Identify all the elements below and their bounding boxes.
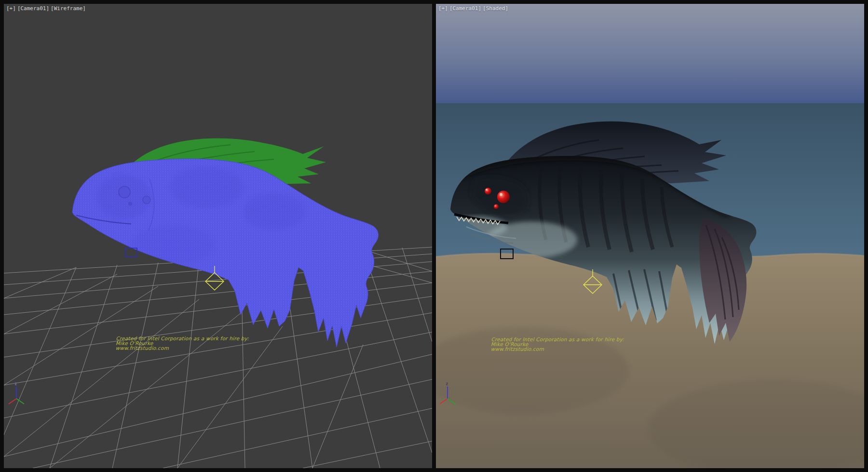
fish-eye-highlight	[500, 193, 502, 196]
viewport-label-bar: [+][Camera01][Wireframe]	[6, 5, 87, 12]
attribution-text: Created for Intel Corporation as a work …	[490, 337, 624, 351]
attribution-line: www.fritzstudio.com	[490, 347, 624, 351]
sky-background	[436, 4, 864, 104]
viewport-menu-shading[interactable]: [Shaded]	[483, 5, 508, 12]
axis-z-label: z	[446, 381, 448, 386]
viewport-wireframe[interactable]: z [+][Camera01][Wireframe] Created for I…	[4, 4, 432, 468]
viewport-menu-pov[interactable]: [Camera01]	[17, 5, 49, 12]
viewport-label-bar: [+][Camera01][Shaded]	[438, 5, 510, 12]
fish-eye	[128, 202, 132, 206]
app-window: z [+][Camera01][Wireframe] Created for I…	[0, 0, 868, 472]
wireframe-scene-canvas[interactable]: z	[4, 4, 432, 468]
fish-eye	[497, 191, 510, 203]
axis-z-label: z	[14, 381, 17, 386]
fish-eye	[485, 188, 491, 194]
fish-eye	[494, 204, 499, 209]
attribution-line: www.fritzstudio.com	[115, 346, 248, 350]
viewport-menu-pov[interactable]: [Camera01]	[449, 5, 481, 12]
attribution-text: Created for Intel Corporation as a work …	[115, 336, 249, 350]
viewport-menu-general[interactable]: [+]	[438, 5, 448, 12]
fish-eye-highlight	[486, 189, 488, 191]
fish-eye	[119, 186, 130, 198]
viewport-shaded[interactable]: z [+][Camera01][Shaded] Created for Inte…	[436, 4, 864, 468]
fish-eye	[143, 196, 150, 204]
shaded-scene-canvas[interactable]: z	[436, 4, 864, 468]
viewport-menu-general[interactable]: [+]	[6, 5, 16, 12]
viewport-menu-shading[interactable]: [Wireframe]	[51, 5, 86, 12]
